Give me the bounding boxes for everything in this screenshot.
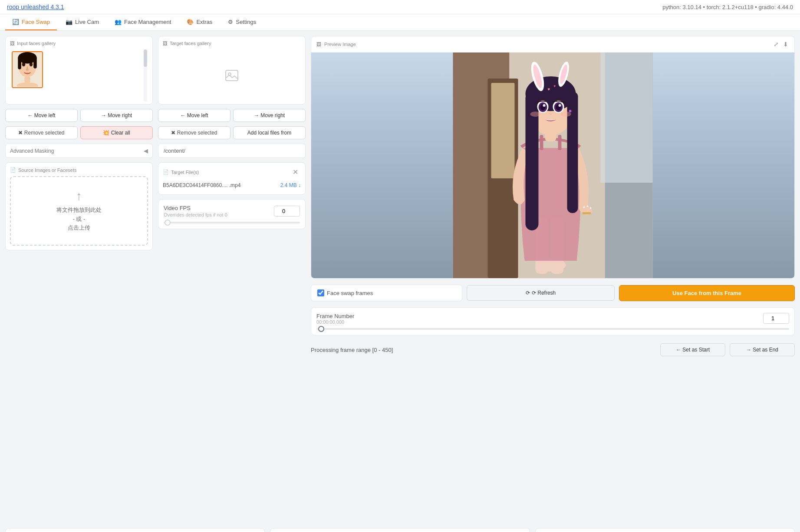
fps-input[interactable] [274, 206, 300, 217]
tab-live-cam[interactable]: 📷 Live Cam [59, 14, 106, 30]
preview-image-svg: ♥ ♥ [311, 53, 794, 278]
frame-time: 00:00:00.000 [316, 319, 354, 325]
fps-slider-track [164, 222, 300, 223]
use-face-from-frame-button[interactable]: Use Face from this Frame [619, 285, 795, 301]
processing-range-row: Processing frame range [0 - 450] ← Set a… [311, 340, 795, 360]
target-remove-selected-button[interactable]: ✖ Remove selected [158, 126, 230, 139]
target-gallery-area[interactable] [163, 49, 301, 102]
source-files-card: 📄 Source Images or Facesets ↑ 将文件拖放到此处 -… [5, 162, 153, 250]
fps-labels: Video FPS Overrides detected fps if not … [164, 205, 227, 217]
preview-resize-button[interactable]: ⤢ [773, 40, 780, 49]
tab-face-swap[interactable]: 🔄 Face Swap [5, 14, 57, 30]
input-clear-all-button[interactable]: 💥 Clear all [80, 126, 153, 139]
upload-icon: ↑ [76, 189, 82, 203]
image-placeholder-icon [225, 69, 239, 82]
face-swap-frames-label[interactable]: Face swap frames [311, 285, 462, 301]
svg-rect-17 [601, 53, 653, 183]
center-panel: 🖼 Target faces gallery ← Move left [158, 36, 306, 523]
bottom-card-face-selection: Specify face selection for swapping [5, 528, 265, 532]
face-image [13, 52, 42, 87]
svg-rect-45 [540, 135, 543, 150]
frame-number-input[interactable] [763, 313, 789, 324]
input-gallery-title: 🖼 Input faces gallery [10, 41, 148, 46]
target-filename: B5A6DE3C04414FF0860.... .mp4 [163, 182, 240, 188]
svg-point-42 [530, 112, 541, 117]
fps-description: Overrides detected fps if not 0 [164, 212, 227, 217]
svg-point-43 [561, 112, 571, 117]
input-gallery-btn-row-1: ← Move left → Move right [5, 109, 153, 122]
bottom-card-post-processing: Select post-processing [535, 528, 795, 532]
input-remove-selected-button[interactable]: ✖ Remove selected [5, 126, 78, 139]
svg-rect-9 [226, 70, 238, 81]
video-fps-card: Video FPS Overrides detected fps if not … [158, 199, 306, 229]
tab-bar: 🔄 Face Swap 📷 Live Cam 👥 Face Management… [0, 14, 800, 31]
input-move-right-button[interactable]: → Move right [80, 109, 153, 122]
target-gallery-title: 🖼 Target faces gallery [163, 41, 301, 46]
svg-rect-46 [558, 135, 562, 150]
input-gallery-area[interactable] [10, 49, 148, 102]
preview-controls-row: Face swap frames ⟳ ⟳ Refresh Use Face fr… [311, 283, 795, 303]
preview-image-container: ♥ ♥ [311, 53, 794, 278]
target-add-local-files-button[interactable]: Add local files from [233, 126, 306, 139]
preview-download-button[interactable]: ⬇ [782, 40, 789, 49]
svg-rect-5 [18, 57, 21, 69]
target-gallery-card: 🖼 Target faces gallery [158, 36, 306, 105]
target-files-close-button[interactable]: ✕ [290, 167, 301, 177]
target-files-header: 📄 Target File(s) ✕ [163, 167, 301, 177]
svg-rect-16 [491, 83, 515, 178]
advanced-masking-row[interactable]: Advanced Masking ◀ [5, 144, 153, 158]
app-title-link[interactable]: roop unleashed 4.3.1 [7, 3, 64, 10]
target-file-row: B5A6DE3C04414FF0860.... .mp4 2.4 MB ↓ [163, 181, 301, 190]
version-info: python: 3.10.14 • torch: 2.1.2+cu118 • g… [662, 4, 793, 10]
right-panel: 🖼 Preview Image ⤢ ⬇ [311, 36, 795, 523]
face-management-tab-icon: 👥 [115, 19, 122, 25]
frame-header: Frame Number 00:00:00.000 [316, 313, 789, 325]
input-gallery-btn-row-2: ✖ Remove selected 💥 Clear all [5, 126, 153, 139]
top-bar: roop unleashed 4.3.1 python: 3.10.14 • t… [0, 0, 800, 14]
preview-header: 🖼 Preview Image ⤢ ⬇ [311, 36, 794, 53]
processing-range-label: Processing frame range [0 - 450] [311, 347, 656, 353]
target-gallery-btn-row-1: ← Move left → Move right [158, 109, 306, 122]
preview-card: 🖼 Preview Image ⤢ ⬇ [311, 36, 795, 279]
frame-slider-track [316, 328, 789, 330]
svg-text:♥: ♥ [554, 84, 556, 88]
file-icon: 📄 [10, 167, 16, 173]
refresh-icon: ⟳ [526, 290, 530, 296]
target-gallery-btn-row-2: ✖ Remove selected Add local files from [158, 126, 306, 139]
face-swap-frames-checkbox[interactable] [317, 289, 324, 296]
svg-rect-6 [33, 57, 37, 68]
path-input[interactable] [158, 144, 306, 158]
set-as-end-button[interactable]: → Set as End [730, 343, 795, 356]
target-move-left-button[interactable]: ← Move left [158, 109, 230, 122]
main-content: 🖼 Input faces gallery [0, 31, 800, 528]
source-files-title: 📄 Source Images or Facesets [10, 167, 148, 173]
left-panel: 🖼 Input faces gallery [5, 36, 153, 523]
tab-settings[interactable]: ⚙ Settings [221, 14, 263, 30]
fps-slider-thumb[interactable] [165, 220, 171, 226]
target-filesize[interactable]: 2.4 MB ↓ [280, 182, 301, 188]
source-upload-area[interactable]: ↑ 将文件拖放到此处 - 或 - 点击上传 [10, 176, 148, 246]
svg-rect-7 [24, 77, 30, 83]
frame-number-label: Frame Number [316, 313, 354, 319]
set-as-start-button[interactable]: ← Set as Start [660, 343, 725, 356]
upload-text: 将文件拖放到此处 - 或 - 点击上传 [56, 206, 102, 233]
tab-extras[interactable]: 🎨 Extras [180, 14, 219, 30]
gallery-icon: 🖼 [10, 41, 15, 46]
face-swap-tab-icon: 🔄 [12, 19, 19, 25]
extras-tab-icon: 🎨 [187, 19, 194, 25]
svg-rect-22 [583, 212, 591, 214]
preview-icon: 🖼 [316, 42, 321, 47]
preview-title: 🖼 Preview Image [316, 42, 356, 47]
frame-number-section: Frame Number 00:00:00.000 [311, 307, 795, 335]
face-thumbnail[interactable] [12, 51, 43, 88]
scroll-thumb [144, 49, 147, 67]
frame-slider-thumb[interactable] [318, 326, 324, 332]
target-move-right-button[interactable]: → Move right [233, 109, 306, 122]
advanced-masking-label: Advanced Masking [10, 148, 54, 154]
refresh-button[interactable]: ⟳ ⟳ Refresh [467, 285, 615, 301]
masking-chevron-icon: ◀ [144, 148, 148, 154]
tab-face-management[interactable]: 👥 Face Management [108, 14, 178, 30]
target-file-icon: 📄 [163, 169, 169, 175]
empty-gallery-placeholder [165, 51, 299, 100]
input-move-left-button[interactable]: ← Move left [5, 109, 78, 122]
